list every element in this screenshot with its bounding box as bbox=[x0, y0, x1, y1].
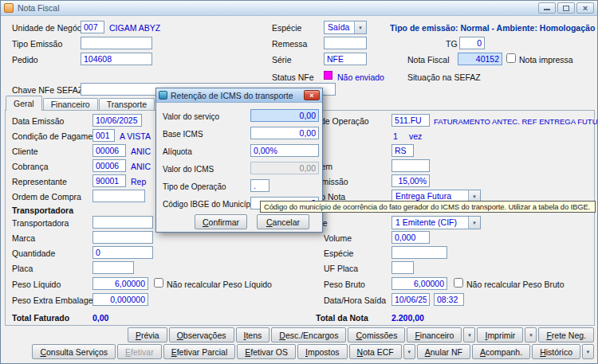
dialog-titlebar[interactable]: Retenção de ICMS do transporte × bbox=[156, 88, 322, 103]
base-icms-field[interactable] bbox=[250, 127, 319, 139]
comissoes-button[interactable]: Comissões bbox=[348, 327, 405, 342]
tipo-emissao-field[interactable] bbox=[81, 37, 152, 49]
data-emissao-field[interactable] bbox=[92, 114, 142, 127]
historico-button[interactable]: Histórico bbox=[532, 344, 580, 359]
base-icms-label: Base ICMS bbox=[163, 130, 203, 139]
nao-recalcular-peso-liquido-checkbox[interactable] bbox=[154, 278, 163, 288]
aliquota-field[interactable] bbox=[250, 144, 319, 157]
valor-icms-label: Valor do ICMS bbox=[163, 165, 214, 174]
financeiro-button[interactable]: Financeiro bbox=[407, 327, 462, 342]
nao-recalcular-peso-bruto-checkbox[interactable] bbox=[454, 278, 463, 288]
tipo-operacao-desc: FATURAMENTO ANTEC. REF ENTREGA FUTURA bbox=[434, 117, 598, 126]
cliente-desc: ANIC bbox=[131, 147, 151, 156]
acompanh-button[interactable]: Acompanh. bbox=[472, 344, 530, 359]
peso-bruto-field[interactable] bbox=[391, 277, 447, 290]
tab-financeiro[interactable]: Financeiro bbox=[43, 98, 98, 110]
cancelar-button[interactable]: Cancelar bbox=[257, 214, 309, 229]
total-faturado-value: 0,00 bbox=[92, 313, 108, 323]
desc-encargos-button[interactable]: Desc./Encargos bbox=[271, 327, 346, 342]
ordem-field[interactable] bbox=[391, 159, 430, 172]
chevron-down-icon: ▼ bbox=[407, 350, 411, 354]
tab-transporte[interactable]: Transporte bbox=[99, 98, 155, 110]
total-faturado-label: Total Faturado bbox=[12, 313, 69, 323]
close-button[interactable]: × bbox=[576, 2, 594, 14]
volume-label: Volume bbox=[324, 233, 352, 243]
window-icon bbox=[4, 3, 14, 13]
dialog-close-button[interactable]: × bbox=[304, 90, 320, 100]
impostos-button[interactable]: Impostos bbox=[297, 344, 348, 359]
chevron-down-icon: ▼ bbox=[354, 22, 366, 33]
emissao-ambiente-info: Tipo de emissão: Normal - Ambiente: Homo… bbox=[390, 23, 595, 33]
consulta-servicos-button[interactable]: Consulta Serviços bbox=[32, 344, 116, 359]
minimize-button[interactable] bbox=[538, 2, 556, 14]
cliente-field[interactable] bbox=[92, 144, 126, 157]
especie-combo[interactable]: Saída ▼ bbox=[324, 21, 367, 34]
transportadora-field[interactable] bbox=[92, 216, 153, 229]
aliquota-label: Alíquota bbox=[163, 147, 192, 156]
maximize-button[interactable] bbox=[557, 2, 575, 14]
imprimir-dropdown-button[interactable]: ▼ bbox=[525, 327, 537, 342]
total-nota-label: Total da Nota bbox=[316, 313, 368, 323]
nota-fiscal-field[interactable] bbox=[458, 53, 502, 65]
nota-ecf-button[interactable]: Nota ECF bbox=[349, 344, 402, 359]
nota-ecf-dropdown-button[interactable]: ▼ bbox=[403, 344, 415, 359]
volume-field[interactable] bbox=[391, 231, 430, 244]
transportadora-section-header: Transportadora bbox=[12, 205, 73, 215]
cobranca-field[interactable] bbox=[92, 159, 126, 172]
ibge-tooltip: Código do município de ocorrência do fat… bbox=[260, 201, 596, 213]
representante-field[interactable] bbox=[92, 174, 126, 187]
marca-field[interactable] bbox=[92, 231, 153, 244]
marca-label: Marca bbox=[12, 233, 35, 243]
peso-extra-field[interactable] bbox=[92, 293, 148, 306]
condicao-pagamento-field[interactable] bbox=[92, 129, 115, 142]
peso-liquido-field[interactable] bbox=[92, 277, 148, 290]
valor-icms-field bbox=[250, 162, 319, 174]
action-buttons-row-1: Prévia Observações Itens Desc./Encargos … bbox=[128, 327, 594, 342]
dialog-tipo-operacao-label: Tipo de Operação bbox=[163, 182, 226, 191]
dialog-tipo-operacao-field[interactable] bbox=[250, 179, 269, 192]
chave-nfe-label: Chave NFe SEFAZ bbox=[12, 85, 83, 95]
financeiro-dropdown-button[interactable]: ▼ bbox=[463, 327, 475, 342]
pedido-field[interactable] bbox=[81, 53, 152, 65]
unidade-negocio-field[interactable] bbox=[81, 21, 104, 33]
remessa-label: Remessa bbox=[272, 39, 307, 49]
historico-dropdown-button[interactable]: ▼ bbox=[582, 344, 594, 359]
imprimir-button[interactable]: Imprimir bbox=[477, 327, 523, 342]
cliente-label: Cliente bbox=[12, 147, 38, 156]
close-icon: × bbox=[309, 92, 313, 100]
frete-neg-button[interactable]: Frete Neg. bbox=[538, 327, 594, 342]
total-nota-value: 2.200,00 bbox=[391, 313, 424, 323]
window-titlebar[interactable]: Nota Fiscal bbox=[1, 1, 597, 16]
efetivar-button: Efetivar bbox=[117, 344, 162, 359]
especie-item-field[interactable] bbox=[391, 246, 447, 259]
previa-button[interactable]: Prévia bbox=[128, 327, 167, 342]
nota-impressa-checkbox[interactable] bbox=[506, 53, 516, 63]
efetivar-parcial-button[interactable]: Efetivar Parcial bbox=[163, 344, 236, 359]
tipo-operacao-field[interactable] bbox=[391, 114, 430, 127]
valor-servico-field[interactable] bbox=[250, 109, 319, 122]
ordem-compra-field[interactable] bbox=[92, 190, 145, 202]
frete-combo[interactable]: 1 Emitente (CIF) ▼ bbox=[391, 216, 481, 229]
data-saida-field[interactable] bbox=[391, 293, 430, 306]
placa-field[interactable] bbox=[92, 261, 134, 274]
serie-field[interactable] bbox=[324, 53, 367, 65]
data-emissao-label: Data Emissão bbox=[12, 116, 64, 126]
pedido-label: Pedido bbox=[12, 55, 38, 65]
efetivar-os-button[interactable]: Efetivar OS bbox=[237, 344, 296, 359]
situacao-sefaz-label: Situação na SEFAZ bbox=[407, 72, 481, 82]
tg-field[interactable] bbox=[459, 37, 485, 49]
remessa-field[interactable] bbox=[324, 37, 367, 49]
cobranca-label: Cobrança bbox=[12, 162, 49, 171]
nota-fiscal-label: Nota Fiscal bbox=[407, 55, 450, 65]
tg-label: TG bbox=[446, 39, 458, 49]
observacoes-button[interactable]: Observações bbox=[169, 327, 234, 342]
tab-geral[interactable]: Geral bbox=[6, 96, 42, 111]
comissao-field[interactable] bbox=[391, 174, 430, 187]
uf-field[interactable] bbox=[391, 144, 414, 157]
hora-saida-field[interactable] bbox=[434, 293, 464, 306]
itens-button[interactable]: Itens bbox=[236, 327, 270, 342]
uf-placa-field[interactable] bbox=[391, 261, 414, 274]
confirmar-button[interactable]: Confirmar bbox=[195, 214, 247, 229]
anular-nf-button[interactable]: Anular NF bbox=[417, 344, 470, 359]
quantidade-field[interactable] bbox=[92, 246, 153, 259]
